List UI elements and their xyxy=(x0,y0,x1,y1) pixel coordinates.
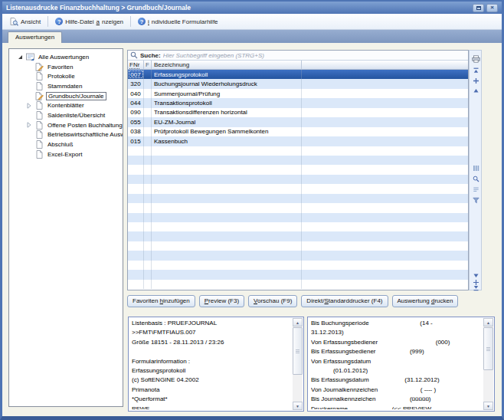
hilfe-datei-button[interactable]: Hilfe-Datei anzeigen xyxy=(51,16,127,27)
column-header-label: FNr xyxy=(129,61,139,69)
table-row-empty[interactable] xyxy=(128,203,468,212)
tree-root-item[interactable]: Alle Auswertungen xyxy=(9,52,123,62)
formularhilfe-button[interactable]: individuelle Formularhilfe xyxy=(134,16,222,27)
table-row-empty[interactable] xyxy=(128,270,468,279)
info-line: *Querformat* xyxy=(132,395,290,404)
table-row-empty[interactable] xyxy=(128,165,468,174)
info-line: >>FMT\FMTFIAUS.007 xyxy=(132,328,290,337)
vorschau-button[interactable]: Vorschau (F9) xyxy=(248,295,297,307)
text-lines-icon[interactable] xyxy=(472,185,480,194)
cell-fnr xyxy=(128,156,144,165)
table-row-empty[interactable] xyxy=(128,175,468,184)
document-icon xyxy=(34,130,44,139)
table-row-empty[interactable] xyxy=(128,146,468,156)
table-row-empty[interactable] xyxy=(128,184,468,193)
cell-bez xyxy=(152,231,302,241)
document-pencil-icon xyxy=(34,63,44,71)
cell-rest xyxy=(302,117,468,126)
cell-f xyxy=(144,136,152,146)
table-row[interactable]: 015Kassenbuch xyxy=(128,136,468,146)
info-line: Bis Erfassungsdatum (31.12.2012) xyxy=(311,376,481,385)
table-row-empty[interactable] xyxy=(128,156,468,165)
table-row[interactable]: 044Transaktionsprotokoll xyxy=(128,98,468,107)
cell-fnr: 055 xyxy=(128,117,144,126)
window-title: Listenausdrucke Finanzbuchhaltung > Grun… xyxy=(6,4,191,11)
sidebar-item-grundbuch-journale[interactable]: Grundbuch/Journale xyxy=(9,91,123,101)
table-row-empty[interactable] xyxy=(128,241,468,251)
cell-fnr xyxy=(128,213,144,222)
cell-f xyxy=(144,241,152,251)
table-row-empty[interactable] xyxy=(128,261,468,270)
search-input[interactable] xyxy=(163,51,466,60)
sidebar-item-kontenbl-tter[interactable]: Kontenblätter xyxy=(9,100,123,110)
previous-row-icon[interactable] xyxy=(472,87,480,95)
table-row-empty[interactable] xyxy=(128,213,468,222)
expander-closed-icon[interactable] xyxy=(27,103,34,109)
table-row-empty[interactable] xyxy=(128,251,468,260)
label-text: review (F3) xyxy=(208,297,239,304)
cell-f xyxy=(144,213,152,222)
restore-icon[interactable] xyxy=(473,4,484,12)
columns-icon[interactable] xyxy=(472,164,480,172)
table-row[interactable]: 055EU-ZM-Journal xyxy=(128,117,468,126)
ansicht-button[interactable]: Ansicht xyxy=(5,16,44,28)
table-row-empty[interactable] xyxy=(128,194,468,203)
sidebar-item-excel-export[interactable]: Excel-Export xyxy=(9,149,123,159)
last-row-icon[interactable] xyxy=(472,284,480,292)
print-icon[interactable] xyxy=(472,54,480,63)
cell-rest xyxy=(302,98,468,107)
table-row-empty[interactable] xyxy=(128,280,468,289)
cell-bez xyxy=(152,146,302,156)
zoom-icon[interactable] xyxy=(472,175,480,183)
sidebar-item-abschlu-[interactable]: Abschluß xyxy=(9,139,123,149)
column-header-F[interactable]: F xyxy=(144,61,152,69)
cell-rest xyxy=(302,108,468,117)
table-row[interactable]: 040Summenjournal/Prüfung xyxy=(128,89,468,98)
document-icon xyxy=(34,82,44,90)
document-icon xyxy=(34,140,44,149)
tree-root-icon xyxy=(25,53,34,61)
table-row[interactable]: 090Transaktionsdifferenzen horizontal xyxy=(128,108,468,117)
column-header-FNr[interactable]: FNr xyxy=(128,61,144,69)
cell-f xyxy=(144,251,152,260)
label-text: tandarddrucker (F4) xyxy=(329,297,383,304)
sidebar-item-favoriten[interactable]: Favoriten xyxy=(9,62,123,72)
close-icon[interactable] xyxy=(486,4,498,12)
cell-fnr xyxy=(128,251,144,260)
scroll-down-icon[interactable] xyxy=(293,402,303,410)
scrollbar-thumb[interactable] xyxy=(483,327,493,370)
info-line: Von Erfassungsbediener (000) xyxy=(311,338,481,347)
scroll-up-icon[interactable] xyxy=(293,318,303,326)
sidebar-item-stammdaten[interactable]: Stammdaten xyxy=(9,81,123,91)
table-row[interactable]: 320Buchungsjournal Wiederholungsdruck xyxy=(128,79,468,88)
expander-open-icon[interactable] xyxy=(18,54,25,60)
tab-auswertungen[interactable]: Auswertungen xyxy=(8,31,62,43)
table-row-empty[interactable] xyxy=(128,222,468,231)
cell-fnr: 044 xyxy=(128,98,144,107)
column-header-empty[interactable] xyxy=(302,61,468,69)
tree-item-label: Protokolle xyxy=(46,73,77,80)
sidebar-item-protokolle[interactable]: Protokolle xyxy=(9,71,123,81)
auswertung-drucken-button[interactable]: Auswertung drucken xyxy=(392,295,459,307)
sidebar-item-saldenliste-bersicht[interactable]: Saldenliste/Übersicht xyxy=(9,110,123,120)
favoriten-hinzufuegen-button[interactable]: Favoriten hinzufügen xyxy=(127,295,195,307)
preview-button[interactable]: Preview (F3) xyxy=(199,295,244,307)
tree-item-label: Favoriten xyxy=(46,64,74,71)
scroll-down-icon[interactable] xyxy=(483,402,493,410)
table-row[interactable]: 038Prüfprotokoll Bewegungen Sammelkonten xyxy=(128,127,468,136)
titlebar[interactable]: Listenausdrucke Finanzbuchhaltung > Grun… xyxy=(2,2,502,14)
cell-bez: Summenjournal/Prüfung xyxy=(152,89,302,98)
add-row-icon[interactable] xyxy=(472,77,480,85)
direkt-standarddrucker-button[interactable]: Direkt/Standarddrucker (F4) xyxy=(301,295,388,307)
sidebar-item-betriebswirtschaftliche-auswertungen[interactable]: Betriebswirtschaftliche Auswertungen xyxy=(9,130,123,140)
scroll-up-icon[interactable] xyxy=(483,318,493,326)
first-row-icon[interactable] xyxy=(472,67,480,75)
column-header-Bezeichnung[interactable]: Bezeichnung xyxy=(152,61,302,69)
sidebar-item-offene-posten-buchhaltung[interactable]: Offene Posten Buchhaltung xyxy=(9,120,123,130)
tree-root-label: Alle Auswertungen xyxy=(37,54,90,61)
scrollbar-thumb[interactable] xyxy=(293,327,303,375)
expander-closed-icon[interactable] xyxy=(27,122,34,128)
filter-icon[interactable] xyxy=(472,196,480,205)
table-row-empty[interactable] xyxy=(128,231,468,241)
table-row[interactable]: 007Erfassungsprotokoll xyxy=(128,70,468,79)
